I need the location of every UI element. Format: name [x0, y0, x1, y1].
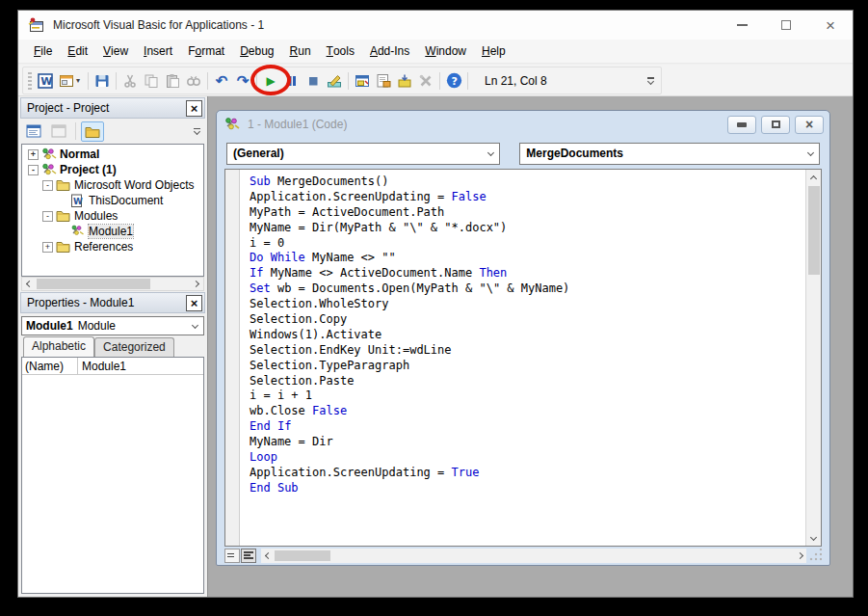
code-margin-indicator-bar[interactable] [225, 170, 240, 546]
tree-item-thisdocument[interactable]: WThisDocument [22, 193, 203, 208]
properties-panel-close-button[interactable]: × [186, 295, 202, 311]
tree-item-label: Microsoft Word Objects [74, 178, 194, 192]
property-row[interactable]: (Name)Module1 [22, 358, 203, 375]
cut-button[interactable] [119, 70, 141, 92]
project-toolbar-options-button[interactable] [191, 120, 203, 143]
project-panel-close-button[interactable]: × [186, 100, 202, 117]
object-browser-button[interactable] [394, 70, 415, 92]
menu-add-ins[interactable]: Add-Ins [362, 40, 417, 63]
collapse-icon[interactable]: - [42, 211, 53, 222]
reset-button[interactable] [302, 70, 324, 92]
menu-debug[interactable]: Debug [232, 40, 281, 63]
scroll-right-arrow[interactable] [793, 553, 806, 558]
design-mode-button[interactable] [324, 70, 345, 92]
menu-file[interactable]: File [26, 40, 60, 63]
code-window-minimize-button[interactable] [727, 116, 756, 134]
tab-alphabetic[interactable]: Alphabetic [23, 336, 94, 357]
menu-insert[interactable]: Insert [136, 40, 180, 63]
code-window-restore-button[interactable] [761, 116, 790, 134]
undo-button[interactable]: ↶ [211, 70, 232, 92]
save-button[interactable] [92, 70, 113, 92]
collapse-icon[interactable]: - [42, 180, 53, 191]
menu-window[interactable]: Window [417, 40, 474, 63]
code-horizontal-scrollbar[interactable] [261, 549, 806, 563]
tree-item-modules[interactable]: -Modules [22, 208, 203, 224]
scroll-right-arrow[interactable] [189, 278, 203, 290]
run-button[interactable]: ▶ [260, 70, 281, 92]
project-explorer-panel: Project - Project × [20, 97, 205, 291]
minimize-button[interactable] [720, 11, 764, 40]
property-value[interactable]: Module1 [78, 358, 203, 374]
vertical-scroll-thumb[interactable] [808, 186, 820, 275]
view-object-button[interactable] [47, 121, 70, 142]
toggle-folders-button[interactable] [81, 121, 104, 142]
insert-object-dropdown-arrow[interactable]: ▾ [74, 76, 83, 85]
menu-run[interactable]: Run [282, 40, 319, 63]
toolbox-button[interactable] [415, 70, 436, 92]
close-button[interactable]: × [808, 11, 853, 40]
procedure-combobox[interactable]: MergeDocuments [519, 143, 820, 165]
svg-text:?: ? [451, 75, 457, 88]
paste-button[interactable] [162, 70, 183, 92]
scroll-left-arrow[interactable] [22, 278, 37, 290]
code-window-close-button[interactable]: × [795, 116, 824, 134]
tree-item-microsoft-word-objects[interactable]: -Microsoft Word Objects [22, 177, 203, 193]
resize-grip[interactable] [808, 549, 822, 562]
menu-edit[interactable]: Edit [60, 40, 95, 63]
expand-icon[interactable]: + [42, 242, 53, 253]
view-code-button[interactable] [22, 121, 45, 142]
project-explorer-button[interactable] [352, 70, 373, 92]
redo-icon: ↷ [237, 73, 250, 88]
toolbar-grip[interactable] [28, 72, 32, 90]
insert-object-icon [59, 73, 74, 89]
find-icon [186, 73, 201, 89]
properties-window-icon [376, 73, 391, 89]
code-text[interactable]: Sub MergeDocuments()Application.ScreenUp… [240, 170, 805, 546]
copy-button[interactable] [141, 70, 162, 92]
insert-object-button[interactable]: ▾ [56, 70, 85, 92]
properties-window-button[interactable] [373, 70, 394, 92]
code-window-titlebar[interactable]: 1 - Module1 (Code) × [217, 111, 829, 138]
object-browser-icon [397, 73, 412, 89]
properties-object-combobox[interactable]: Module1 Module [21, 316, 204, 335]
maximize-button[interactable] [764, 11, 808, 40]
scroll-thumb[interactable] [37, 279, 150, 289]
tree-item-label: References [74, 240, 133, 254]
tree-item-project-1-[interactable]: -Project (1) [22, 162, 203, 177]
object-combo-dropdown-icon[interactable] [487, 148, 494, 155]
procedure-combo-dropdown-icon[interactable] [807, 148, 814, 155]
full-module-view-button[interactable] [241, 549, 256, 563]
combo-dropdown-icon[interactable] [192, 321, 198, 328]
collapse-icon[interactable]: - [28, 165, 39, 175]
tree-item-module1[interactable]: Module1 [22, 224, 203, 239]
redo-button[interactable]: ↷ [232, 70, 253, 92]
break-button[interactable] [281, 70, 302, 92]
tab-categorized[interactable]: Categorized [94, 337, 174, 357]
view-microsoft-word-button[interactable]: W [35, 70, 56, 92]
menu-format[interactable]: Format [180, 40, 232, 63]
menu-tools[interactable]: Tools [319, 40, 362, 63]
procedure-view-button[interactable] [224, 549, 240, 563]
tree-item-normal[interactable]: +Normal [22, 147, 203, 162]
code-line: Selection.Copy [250, 312, 805, 328]
object-combobox[interactable]: (General) [226, 143, 500, 165]
code-line: Selection.EndKey Unit:=wdLine [250, 343, 805, 359]
code-vertical-scrollbar[interactable] [805, 170, 821, 546]
scroll-down-arrow[interactable] [806, 530, 821, 546]
toolbar-options-button[interactable] [644, 69, 657, 93]
find-button[interactable] [183, 70, 204, 92]
project-tree-hscrollbar[interactable] [21, 277, 204, 291]
tree-item-references[interactable]: +References [22, 239, 203, 254]
scroll-left-arrow[interactable] [261, 553, 275, 558]
help-button[interactable]: ? [443, 70, 464, 92]
menu-view[interactable]: View [95, 40, 136, 63]
project-panel-header[interactable]: Project - Project × [20, 97, 205, 119]
code-line: Application.ScreenUpdating = False [250, 190, 805, 205]
menu-bar: FileEditViewInsertFormatDebugRunToolsAdd… [18, 40, 853, 64]
scroll-up-arrow[interactable] [806, 170, 821, 185]
expand-icon[interactable]: + [28, 149, 39, 160]
menu-help[interactable]: Help [474, 40, 513, 63]
object-name: Module1 [26, 319, 73, 333]
properties-panel-header[interactable]: Properties - Module1 × [20, 292, 205, 313]
horizontal-scroll-thumb[interactable] [275, 550, 330, 561]
